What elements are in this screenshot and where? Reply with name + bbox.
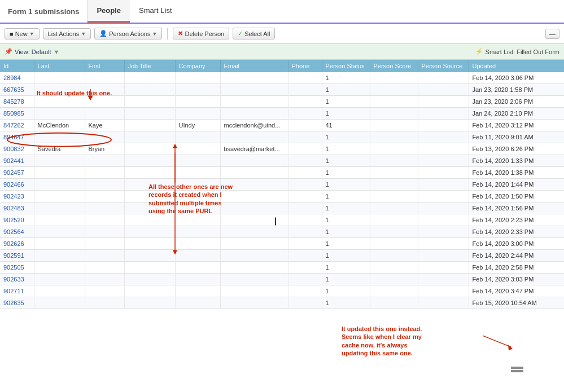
id-link[interactable]: 667635: [3, 86, 24, 93]
col-id[interactable]: Id: [0, 60, 34, 72]
table-row[interactable]: 6676351Jan 23, 2020 1:58 PM: [0, 84, 564, 96]
select-all-icon: ✓: [238, 30, 243, 37]
cell-id[interactable]: 902626: [0, 238, 34, 250]
table-row[interactable]: 9024571Feb 14, 2020 1:38 PM: [0, 167, 564, 179]
col-person-source[interactable]: Person Source: [418, 60, 469, 72]
cell-phone: [288, 202, 322, 214]
id-link[interactable]: 28984: [3, 74, 21, 81]
id-link[interactable]: 902711: [3, 288, 24, 294]
table-row[interactable]: 900832SavedraBryanbsavedra@market...1Feb…: [0, 143, 564, 155]
table-row[interactable]: 9025201Feb 14, 2020 2:23 PM: [0, 214, 564, 226]
table-row[interactable]: 9025641Feb 14, 2020 2:33 PM: [0, 226, 564, 238]
cell-id[interactable]: 845278: [0, 96, 34, 108]
id-link[interactable]: 902483: [3, 205, 24, 212]
cell-id[interactable]: 902564: [0, 226, 34, 238]
id-link[interactable]: 902635: [3, 299, 24, 306]
id-link[interactable]: 902626: [3, 240, 24, 247]
id-link[interactable]: 902591: [3, 252, 24, 259]
cell-job_title: [124, 297, 175, 309]
cell-id[interactable]: 850985: [0, 108, 34, 120]
cell-phone: [288, 108, 322, 120]
col-updated[interactable]: Updated: [469, 60, 564, 72]
id-link[interactable]: 902520: [3, 217, 24, 223]
cell-updated: Jan 23, 2020 2:06 PM: [469, 96, 564, 108]
cell-last: [34, 131, 85, 143]
id-link[interactable]: 902466: [3, 181, 24, 188]
cell-id[interactable]: 902591: [0, 250, 34, 262]
col-company[interactable]: Company: [175, 60, 220, 72]
table-row[interactable]: 9025051Feb 14, 2020 2:58 PM: [0, 262, 564, 274]
minimize-button[interactable]: ―: [545, 29, 559, 39]
cell-id[interactable]: 667635: [0, 84, 34, 96]
list-actions-button[interactable]: List Actions ▼: [43, 28, 91, 39]
cell-first: [85, 285, 124, 297]
table-row[interactable]: 8946471Feb 11, 2020 9:01 AM: [0, 131, 564, 143]
id-link[interactable]: 894647: [3, 134, 24, 140]
tab-people[interactable]: People: [88, 0, 130, 23]
cell-phone: [288, 131, 322, 143]
cell-email: [220, 84, 288, 96]
list-actions-arrow-icon: ▼: [81, 31, 86, 37]
id-link[interactable]: 902441: [3, 157, 24, 164]
id-link[interactable]: 902423: [3, 193, 24, 200]
person-actions-button[interactable]: 👤 Person Actions ▼: [94, 28, 162, 39]
id-link[interactable]: 847262: [3, 122, 24, 129]
id-link[interactable]: 902505: [3, 264, 24, 271]
table-row[interactable]: 289841Feb 14, 2020 3:06 PM: [0, 72, 564, 84]
table-row[interactable]: 8452781Jan 23, 2020 2:06 PM: [0, 96, 564, 108]
cell-email: [220, 167, 288, 179]
cell-id[interactable]: 902635: [0, 297, 34, 309]
id-link[interactable]: 850985: [3, 110, 24, 117]
col-person-status[interactable]: Person Status: [322, 60, 370, 72]
table-row[interactable]: 9024831Feb 14, 2020 1:56 PM: [0, 202, 564, 214]
delete-person-button[interactable]: ✖ Delete Person: [173, 28, 229, 39]
new-button[interactable]: ■ New ▼: [5, 28, 40, 39]
cell-id[interactable]: 902505: [0, 262, 34, 274]
cell-id[interactable]: 902441: [0, 155, 34, 167]
cell-phone: [288, 250, 322, 262]
cell-id[interactable]: 902466: [0, 179, 34, 191]
col-phone[interactable]: Phone: [288, 60, 322, 72]
cell-id[interactable]: 902423: [0, 191, 34, 202]
table-row[interactable]: 9024231Feb 14, 2020 1:50 PM: [0, 191, 564, 202]
cell-id[interactable]: 900832: [0, 143, 34, 155]
cell-id[interactable]: 902711: [0, 285, 34, 297]
col-person-score[interactable]: Person Score: [370, 60, 418, 72]
id-link[interactable]: 902633: [3, 276, 24, 283]
table-row[interactable]: 9024411Feb 14, 2020 1:33 PM: [0, 155, 564, 167]
id-link[interactable]: 902564: [3, 228, 24, 235]
table-row[interactable]: 8509851Jan 24, 2020 2:10 PM: [0, 108, 564, 120]
cell-person_score: [370, 108, 418, 120]
cell-person_score: [370, 274, 418, 285]
tab-smartlist[interactable]: Smart List: [130, 0, 181, 23]
id-link[interactable]: 845278: [3, 98, 24, 105]
data-table-container[interactable]: Id Last First Job Title Company Email Ph…: [0, 60, 564, 392]
col-last[interactable]: Last: [34, 60, 85, 72]
cell-id[interactable]: 902457: [0, 167, 34, 179]
col-first[interactable]: First: [85, 60, 124, 72]
cell-job_title: [124, 72, 175, 84]
table-row[interactable]: 9026351Feb 15, 2020 10:54 AM: [0, 297, 564, 309]
table-row[interactable]: 9026331Feb 14, 2020 3:03 PM: [0, 274, 564, 285]
cell-phone: [288, 72, 322, 84]
table-row[interactable]: 847262McClendonKayeUIndymcclendonk@uind.…: [0, 120, 564, 131]
table-row[interactable]: 9024661Feb 14, 2020 1:44 PM: [0, 179, 564, 191]
id-link[interactable]: 902457: [3, 169, 24, 176]
cell-id[interactable]: 902633: [0, 274, 34, 285]
cell-id[interactable]: 902520: [0, 214, 34, 226]
select-all-button[interactable]: ✓ Select All: [233, 28, 275, 39]
table-row[interactable]: 9027111Feb 14, 2020 3:47 PM: [0, 285, 564, 297]
cell-id[interactable]: 28984: [0, 72, 34, 84]
table-row[interactable]: 9025911Feb 14, 2020 2:44 PM: [0, 250, 564, 262]
col-job-title[interactable]: Job Title: [124, 60, 175, 72]
table-row[interactable]: 9026261Feb 14, 2020 3:00 PM: [0, 238, 564, 250]
cell-id[interactable]: 894647: [0, 131, 34, 143]
cell-person_score: [370, 131, 418, 143]
cell-person_source: [418, 131, 469, 143]
cell-phone: [288, 84, 322, 96]
cell-id[interactable]: 902483: [0, 202, 34, 214]
cell-id[interactable]: 847262: [0, 120, 34, 131]
id-link[interactable]: 900832: [3, 146, 24, 152]
cell-person_status: 41: [322, 120, 370, 131]
col-email[interactable]: Email: [220, 60, 288, 72]
